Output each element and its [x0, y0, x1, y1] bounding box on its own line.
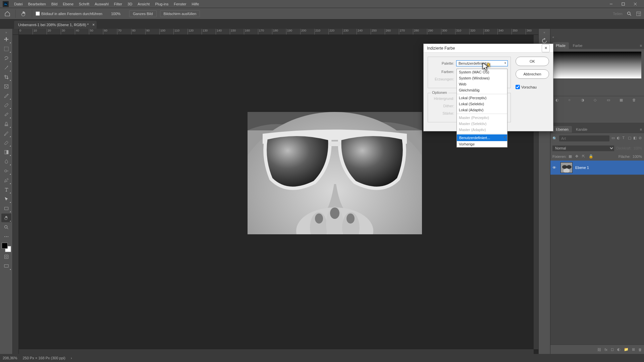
palette-option[interactable]: Vorherige [457, 141, 507, 147]
ok-button[interactable]: OK [516, 57, 549, 66]
status-chevron-icon[interactable]: › [71, 356, 72, 360]
fill-value[interactable]: 100% [633, 155, 642, 159]
dialog-close-button[interactable]: ✕ [542, 44, 550, 52]
palette-option[interactable]: Gleichmäßig [457, 87, 507, 93]
palette-option[interactable]: Lokal (Adaptiv) [457, 107, 507, 113]
layer-thumbnail[interactable] [560, 162, 573, 173]
layer-search-input[interactable] [559, 135, 609, 141]
edit-toolbar[interactable]: ⋯ [1, 232, 11, 241]
ruler-horizontal[interactable]: 0102030405060708090100110120130140150160… [19, 29, 538, 35]
toolbox-collapse[interactable]: » [0, 30, 12, 35]
color-spectrum[interactable] [553, 52, 641, 78]
cancel-button[interactable]: Abbrechen [516, 69, 549, 79]
filter-icon[interactable]: ◧ [633, 136, 637, 141]
group-icon[interactable]: 📁 [624, 347, 629, 352]
lock-position-icon[interactable]: ✥ [575, 154, 580, 159]
type-tool[interactable] [1, 185, 11, 194]
document-tab[interactable]: Unbenannt-1 bei 208% (Ebene 1, RGB/8) * … [14, 21, 97, 29]
palette-option[interactable]: System (Windows) [457, 75, 507, 81]
menu-bild[interactable]: Bild [49, 0, 60, 8]
menu-ansicht[interactable]: Ansicht [135, 0, 152, 8]
filter-icon[interactable]: ◐ [617, 136, 620, 141]
palette-select[interactable]: Benutzerdefiniert... System (MAC OS)Syst… [456, 60, 508, 66]
history-brush-tool[interactable] [1, 129, 11, 138]
tab-farbe[interactable]: Farbe [570, 42, 586, 49]
layer-fx-icon[interactable]: fx [604, 348, 607, 352]
ruler-origin[interactable] [13, 29, 19, 35]
adjust-icon[interactable]: ◐ [555, 98, 562, 105]
marquee-tool[interactable] [1, 45, 11, 53]
zoom-value[interactable]: 100% [106, 12, 126, 16]
adjust-icon[interactable]: ▦ [620, 98, 626, 105]
link-layers-icon[interactable]: ⛓ [597, 348, 601, 352]
opacity-value[interactable]: 100% [633, 146, 642, 150]
palette-option[interactable]: Web [457, 81, 507, 87]
palette-option[interactable]: System (MAC OS) [457, 69, 507, 75]
menu-hilfe[interactable]: Hilfe [189, 0, 202, 8]
heal-tool[interactable] [1, 101, 11, 110]
home-button[interactable] [3, 9, 12, 18]
layer-mask-icon[interactable]: ◻ [611, 347, 614, 352]
hand-tool[interactable] [1, 214, 11, 222]
menu-datei[interactable]: Datei [11, 0, 25, 8]
menu-filter[interactable]: Filter [111, 0, 125, 8]
minimize-button[interactable] [605, 0, 617, 8]
lasso-tool[interactable] [1, 54, 11, 63]
lock-all-icon[interactable]: 🔒 [589, 154, 593, 159]
tab-pfade[interactable]: Pfade [552, 42, 569, 49]
adjust-icon[interactable]: ▭ [607, 98, 613, 105]
lock-artboard-icon[interactable]: ⇱ [582, 154, 587, 159]
blur-tool[interactable] [1, 157, 11, 166]
hand-tool-icon[interactable] [19, 9, 29, 18]
adjust-icon[interactable]: ○ [568, 98, 575, 105]
zoom-tool[interactable] [1, 223, 11, 232]
filter-icon[interactable]: ▢ [628, 136, 631, 141]
tab-ebenen[interactable]: Ebenen [552, 126, 572, 133]
document-image[interactable] [248, 112, 422, 234]
move-tool[interactable] [1, 35, 11, 44]
new-layer-icon[interactable]: ⊞ [632, 347, 635, 352]
panel-menu-icon[interactable]: ≡ [638, 126, 644, 133]
rectangle-tool[interactable] [1, 204, 11, 213]
stamp-tool[interactable] [1, 120, 11, 128]
pen-tool[interactable] [1, 176, 11, 185]
color-swatch[interactable] [2, 243, 11, 252]
workspace-icon[interactable] [636, 11, 641, 16]
screenmode-toggle[interactable] [1, 262, 11, 270]
blend-mode-select[interactable]: Normal [552, 145, 614, 151]
scrollbar-horizontal[interactable] [19, 349, 534, 354]
path-select-tool[interactable] [1, 195, 11, 203]
filter-icon[interactable]: ▭ [611, 136, 615, 141]
tab-kanaele[interactable]: Kanäle [573, 126, 591, 133]
palette-option[interactable]: Lokal (Perzeptiv) [457, 95, 507, 101]
status-zoom[interactable]: 208,36% [3, 356, 17, 360]
gradient-tool[interactable] [1, 148, 11, 157]
strip-collapse[interactable]: « [543, 31, 545, 34]
brush-tool[interactable] [1, 110, 11, 119]
quickmask-toggle[interactable] [1, 252, 11, 261]
menu-plug-ins[interactable]: Plug-ins [152, 0, 171, 8]
palette-option[interactable]: Benutzerdefiniert... [457, 134, 507, 141]
fit-image-button[interactable]: Ganzes Bild [129, 10, 156, 17]
frame-tool[interactable] [1, 82, 11, 91]
adjust-icon[interactable]: ◑ [581, 98, 588, 105]
filter-icon[interactable]: T [622, 136, 626, 141]
status-doc-info[interactable]: 250 Px × 168 Px (300 ppi) [22, 356, 65, 360]
menu-bearbeiten[interactable]: Bearbeiten [25, 0, 49, 8]
ruler-vertical[interactable] [13, 35, 19, 354]
menu-3d[interactable]: 3D [125, 0, 135, 8]
maximize-button[interactable] [617, 0, 629, 8]
layer-row[interactable]: 👁 Ebene 1 [550, 161, 644, 175]
layer-name[interactable]: Ebene 1 [575, 166, 589, 170]
adjust-icon[interactable]: ◇ [594, 98, 600, 105]
menu-fenster[interactable]: Fenster [171, 0, 189, 8]
visibility-icon[interactable]: 👁 [552, 166, 558, 170]
delete-layer-icon[interactable]: 🗑 [638, 348, 642, 352]
adjustment-layer-icon[interactable]: ◐ [617, 347, 621, 352]
filter-toggle[interactable]: ⊘ [639, 136, 642, 141]
close-button[interactable] [629, 0, 641, 8]
crop-tool[interactable] [1, 73, 11, 81]
menu-auswahl[interactable]: Auswahl [92, 0, 111, 8]
dodge-tool[interactable] [1, 167, 11, 175]
eraser-tool[interactable] [1, 138, 11, 147]
